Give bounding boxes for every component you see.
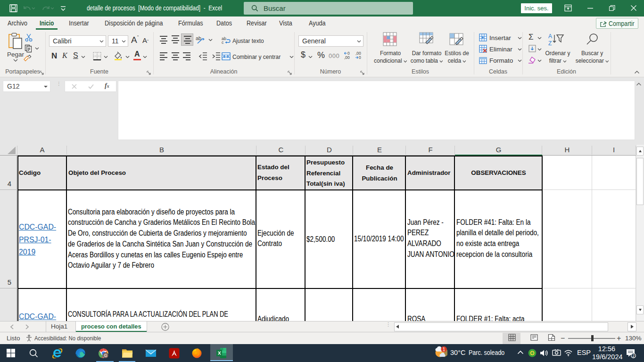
svg-text:c: c	[222, 40, 224, 44]
svg-text:G: G	[104, 353, 107, 358]
svg-text:1: 1	[443, 347, 446, 352]
svg-text:,00: ,00	[344, 55, 350, 60]
svg-text:0: 0	[359, 55, 361, 60]
svg-text:A: A	[548, 33, 552, 40]
svg-text:2: 2	[632, 354, 635, 358]
svg-text:Z: Z	[548, 40, 552, 46]
